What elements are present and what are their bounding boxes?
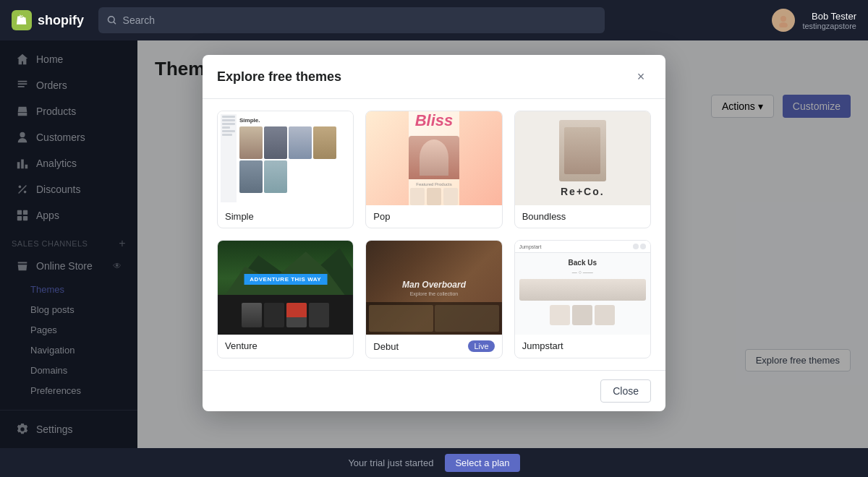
search-icon <box>107 15 117 25</box>
theme-card-footer-pop: Pop <box>366 205 501 228</box>
theme-name-jumpstart: Jumpstart <box>522 340 563 351</box>
user-name: Bob Tester <box>802 11 856 22</box>
search-input[interactable] <box>123 14 596 26</box>
theme-preview-boundless: Re+Co. <box>515 111 650 205</box>
app-logo: shopify <box>12 10 84 30</box>
theme-card-footer-venture: Venture <box>218 335 353 357</box>
theme-card-footer-debut: Debut Live <box>366 335 501 358</box>
theme-preview-pop: Bliss Featured Products <box>366 111 501 205</box>
live-badge-debut: Live <box>468 340 494 352</box>
topbar-user: Bob Tester testingzapstore <box>772 9 856 32</box>
theme-preview-debut: Man Overboard Explore the collection <box>366 241 501 335</box>
modal-close-btn[interactable]: Close <box>600 379 651 403</box>
topbar: shopify Bob Tester testingzapstore <box>0 0 868 40</box>
modal-header: Explore free themes × <box>203 55 665 99</box>
theme-card-jumpstart[interactable]: Jumpstart Back Us — ○ —— <box>514 240 651 358</box>
theme-card-footer-simple: Simple <box>218 205 353 228</box>
modal-body: Simple. <box>203 99 665 370</box>
modal-close-button[interactable]: × <box>631 66 651 87</box>
modal-overlay: Explore free themes × <box>0 40 868 448</box>
select-plan-button[interactable]: Select a plan <box>445 454 519 472</box>
themes-grid: Simple. <box>217 111 651 358</box>
modal-title: Explore free themes <box>217 69 341 85</box>
explore-themes-modal: Explore free themes × <box>203 55 665 411</box>
trial-text: Your trial just started <box>348 457 433 468</box>
theme-card-boundless[interactable]: Re+Co. Boundless <box>514 111 651 228</box>
svg-point-1 <box>780 16 786 22</box>
theme-name-pop: Pop <box>373 211 390 222</box>
avatar <box>772 9 795 32</box>
theme-card-simple[interactable]: Simple. <box>217 111 354 228</box>
bottombar: Your trial just started Select a plan <box>0 448 868 477</box>
user-info: Bob Tester testingzapstore <box>802 11 856 30</box>
theme-card-venture[interactable]: ADVENTURE THIS WAY Venture <box>217 240 354 358</box>
theme-card-footer-boundless: Boundless <box>515 205 650 228</box>
theme-name-boundless: Boundless <box>522 211 566 222</box>
theme-card-pop[interactable]: Bliss Featured Products <box>365 111 502 228</box>
theme-card-footer-jumpstart: Jumpstart <box>515 335 650 357</box>
app-name: shopify <box>38 13 84 28</box>
theme-card-debut[interactable]: Man Overboard Explore the collection Deb… <box>365 240 502 358</box>
theme-preview-venture: ADVENTURE THIS WAY <box>218 241 353 335</box>
theme-name-simple: Simple <box>225 211 254 222</box>
search-bar[interactable] <box>98 7 605 33</box>
theme-preview-jumpstart: Jumpstart Back Us — ○ —— <box>515 241 650 335</box>
theme-name-venture: Venture <box>225 340 258 351</box>
shopify-bag-icon <box>12 10 32 30</box>
theme-name-debut: Debut <box>373 341 399 352</box>
user-store: testingzapstore <box>802 22 856 30</box>
svg-point-2 <box>779 22 788 27</box>
theme-preview-simple: Simple. <box>218 111 353 205</box>
modal-footer: Close <box>203 370 665 411</box>
